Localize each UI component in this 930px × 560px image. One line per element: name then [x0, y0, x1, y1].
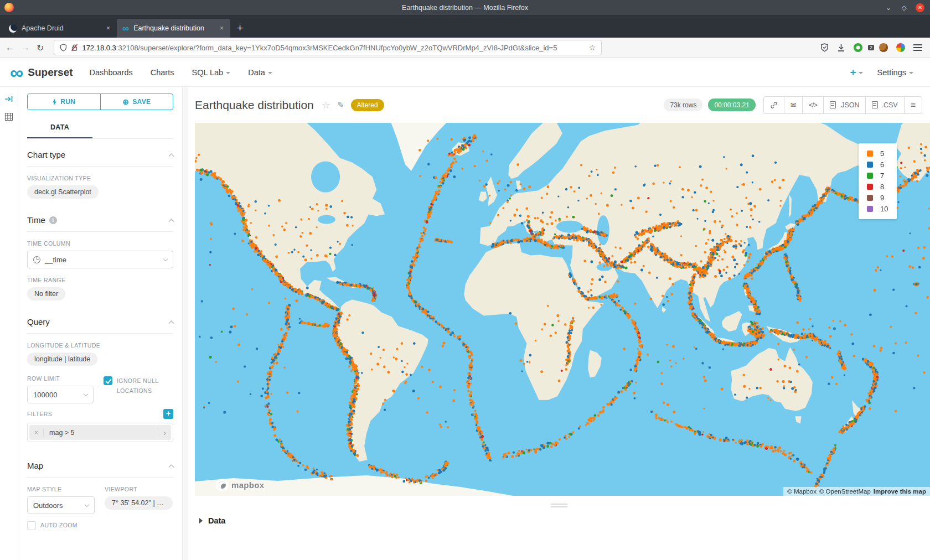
controls-tabs: DATA	[27, 118, 173, 139]
file-icon	[872, 101, 878, 108]
nav-dashboards[interactable]: Dashboards	[90, 68, 133, 77]
code-icon: </>	[809, 101, 817, 109]
email-button[interactable]: ✉	[784, 97, 802, 113]
window-minimize-button[interactable]: ⌄	[885, 4, 892, 12]
chevron-down-icon	[226, 72, 230, 74]
legend-item: 5	[867, 149, 889, 158]
info-icon: i	[49, 216, 57, 224]
section-point-size[interactable]: Point Size	[27, 553, 173, 560]
back-icon[interactable]: ←	[6, 43, 14, 53]
legend-item: 10	[867, 205, 889, 213]
tab-earthquake-distribution[interactable]: ∞ Earthquake distribution ×	[117, 19, 230, 38]
dataset-grid-icon[interactable]	[4, 112, 13, 121]
attribution-improve-link[interactable]: Improve this map	[874, 488, 926, 495]
data-panel-toggle[interactable]: Data	[188, 507, 930, 525]
superset-brand[interactable]: Superset	[28, 66, 73, 79]
legend-swatch-icon	[867, 151, 873, 157]
tab-data[interactable]: DATA	[27, 118, 92, 138]
extension-green-icon[interactable]	[854, 43, 862, 52]
tab-close-icon[interactable]: ×	[219, 24, 225, 32]
remove-filter-icon[interactable]: ×	[29, 429, 44, 437]
run-button[interactable]: RUN	[27, 94, 101, 110]
edit-properties-icon[interactable]: ✎	[337, 100, 344, 110]
nav-sql-lab[interactable]: SQL Lab	[192, 68, 230, 77]
chevron-up-icon	[169, 153, 174, 159]
altered-badge: Altered	[351, 99, 384, 111]
nav-charts[interactable]: Charts	[151, 68, 174, 77]
panel-resize-handle[interactable]	[551, 504, 567, 507]
chevron-down-icon	[84, 392, 88, 396]
open-filter-icon[interactable]: ›	[158, 428, 171, 437]
legend-label: 10	[880, 205, 889, 213]
chart-menu-button[interactable]: ≡	[904, 97, 922, 113]
bookmark-star-icon[interactable]: ☆	[589, 43, 596, 52]
export-csv-button[interactable]: .CSV	[865, 97, 903, 113]
forward-icon[interactable]: →	[21, 43, 30, 53]
section-chart-type[interactable]: Chart type	[27, 139, 173, 167]
chevron-up-icon	[169, 320, 174, 326]
chevron-up-icon	[169, 219, 174, 224]
new-tab-button[interactable]: +	[230, 22, 250, 38]
favorite-star-icon[interactable]: ☆	[322, 99, 330, 111]
browser-tab-bar: Apache Druid × ∞ Earthquake distribution…	[0, 15, 930, 38]
share-link-button[interactable]	[764, 97, 784, 113]
time-range-pill[interactable]: No filter	[27, 287, 65, 300]
map-attribution: © Mapbox © OpenStreetMap Improve this ma…	[783, 487, 930, 496]
viz-type-label: VISUALIZATION TYPE	[27, 175, 173, 182]
ignore-null-checkbox[interactable]	[104, 376, 112, 385]
legend-item: 9	[867, 194, 889, 202]
shield-icon	[60, 44, 67, 51]
add-filter-button[interactable]: +	[163, 409, 173, 419]
row-limit-select[interactable]: 100000	[27, 386, 94, 403]
viewport-pill[interactable]: 7° 35' 54.02" | 31...	[105, 496, 173, 510]
pinwheel-extension-icon[interactable]	[896, 43, 905, 52]
lonlat-pill[interactable]: longitude | latitude	[27, 352, 97, 366]
map-canvas[interactable]	[195, 123, 930, 496]
chart-title: Earthquake distribution	[195, 98, 314, 112]
tab-close-icon[interactable]: ×	[105, 24, 111, 32]
auto-zoom-checkbox[interactable]	[27, 521, 36, 530]
reload-icon[interactable]: ↻	[37, 43, 44, 53]
viz-type-pill[interactable]: deck.gl Scatterplot	[27, 185, 99, 199]
firefox-menu-icon[interactable]	[913, 44, 922, 51]
window-close-button[interactable]: ✕	[916, 3, 924, 12]
attribution-mapbox[interactable]: © Mapbox	[787, 488, 817, 495]
legend-swatch-icon	[867, 195, 873, 201]
section-time[interactable]: Timei	[27, 204, 173, 232]
settings-menu[interactable]: Settings	[877, 68, 913, 77]
pocket-shield-icon[interactable]	[820, 43, 829, 52]
superset-favicon-icon: ∞	[122, 25, 129, 32]
legend-label: 5	[880, 149, 889, 158]
window-title: Earthquake distribution — Mozilla Firefo…	[0, 4, 930, 12]
expand-datasource-icon[interactable]	[4, 95, 13, 103]
mapbox-logo[interactable]: mapbox	[216, 479, 264, 491]
export-json-button[interactable]: .JSON	[823, 97, 866, 113]
window-maximize-button[interactable]: ◇	[900, 4, 908, 12]
new-chart-button[interactable]: +	[850, 66, 862, 79]
legend-label: 6	[880, 160, 889, 169]
section-query[interactable]: Query	[27, 306, 173, 334]
attribution-osm[interactable]: © OpenStreetMap	[819, 488, 871, 495]
mapbox-logo-icon	[216, 479, 229, 491]
embed-code-button[interactable]: </>	[802, 97, 823, 113]
superset-logo-icon[interactable]: ∞	[10, 64, 23, 81]
bolt-icon	[52, 98, 57, 106]
section-map[interactable]: Map	[27, 450, 173, 478]
chevron-down-icon	[163, 257, 168, 261]
map-style-select[interactable]: Outdoors	[27, 496, 95, 514]
cookie-extension-icon[interactable]	[879, 43, 888, 52]
filter-expression: mag > 5	[44, 429, 80, 437]
time-range-label: TIME RANGE	[27, 277, 173, 283]
filter-item[interactable]: × mag > 5 ›	[29, 425, 171, 440]
ublock-badge: 2	[868, 45, 874, 50]
save-button[interactable]: ⊕ SAVE	[100, 94, 174, 110]
time-column-select[interactable]: __time	[27, 251, 173, 268]
url-bar[interactable]: 172.18.0.3:32108/superset/explore/?form_…	[54, 40, 602, 55]
firefox-titlebar: Earthquake distribution — Mozilla Firefo…	[0, 0, 930, 15]
tab-apache-druid[interactable]: Apache Druid ×	[3, 19, 117, 38]
chevron-down-icon	[859, 72, 863, 74]
controls-panel: RUN ⊕ SAVE DATA Chart type VISUALIZATION…	[18, 87, 183, 560]
legend-label: 8	[880, 183, 889, 191]
nav-data[interactable]: Data	[248, 68, 272, 77]
download-icon[interactable]	[837, 44, 845, 52]
